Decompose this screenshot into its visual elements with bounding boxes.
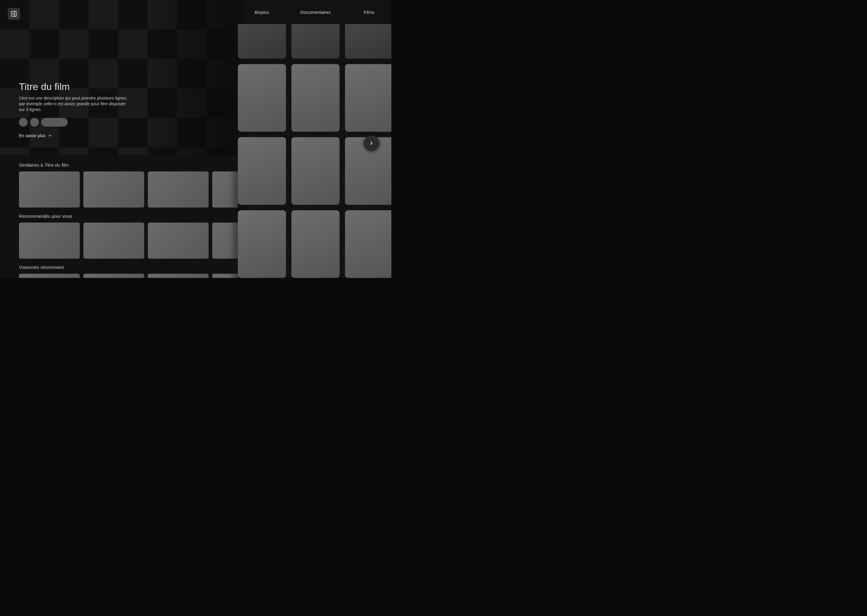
poster-item[interactable] — [238, 210, 286, 278]
chevron-right-icon — [369, 140, 374, 146]
recent-heading: Visionnés récemment — [19, 265, 238, 270]
chevron-down-icon — [48, 134, 52, 138]
list-item[interactable] — [84, 223, 144, 259]
poster-item[interactable] — [292, 64, 340, 132]
list-item[interactable] — [148, 223, 209, 259]
list-item[interactable] — [84, 171, 144, 207]
similar-title: Titre du film — [44, 162, 69, 168]
learn-more-label: En savoir plus — [19, 133, 46, 138]
panel-right-open-icon — [11, 11, 17, 17]
recent-section: Visionnés récemment — [19, 265, 238, 278]
list-item[interactable] — [19, 274, 80, 278]
poster-item[interactable] — [345, 210, 391, 278]
recommended-heading: Recommandés pour vous — [19, 214, 238, 219]
category-column: Biopics — [238, 0, 286, 278]
poster-item[interactable] — [238, 64, 286, 132]
category-header-biopics[interactable]: Biopics — [238, 0, 286, 24]
hero-actions — [19, 118, 133, 127]
list-item[interactable] — [84, 274, 144, 278]
learn-more-button[interactable]: En savoir plus — [19, 133, 133, 138]
list-item[interactable] — [148, 274, 209, 278]
sidebar-toggle-button[interactable] — [8, 8, 20, 20]
recommended-row — [19, 223, 238, 259]
category-header-films[interactable]: Films — [345, 0, 391, 24]
poster-item[interactable] — [238, 24, 286, 59]
recommended-section: Recommandés pour vous — [19, 214, 238, 259]
similar-section: Similaires à Titre du film — [19, 162, 238, 207]
action-button-3[interactable] — [41, 118, 68, 127]
poster-item[interactable] — [292, 137, 340, 205]
similar-heading: Similaires à Titre du film — [19, 162, 238, 168]
list-item[interactable] — [19, 223, 80, 259]
category-column: Documentaires — [292, 0, 340, 278]
scroll-right-button[interactable] — [364, 135, 379, 151]
movie-description: Ceci est une description qui peut prendr… — [19, 95, 130, 113]
hero-content: Titre du film Ceci est une description q… — [19, 81, 133, 138]
similar-prefix: Similaires à — [19, 162, 44, 168]
action-button-2[interactable] — [30, 118, 39, 127]
category-panel: Biopics Documentaires Films — [229, 0, 391, 278]
poster-item[interactable] — [345, 64, 391, 132]
poster-item[interactable] — [238, 137, 286, 205]
poster-item[interactable] — [345, 24, 391, 59]
action-button-1[interactable] — [19, 118, 28, 127]
similar-row — [19, 171, 238, 207]
category-header-documentaires[interactable]: Documentaires — [292, 0, 340, 24]
list-item[interactable] — [148, 171, 209, 207]
list-item[interactable] — [19, 171, 80, 207]
poster-item[interactable] — [292, 210, 340, 278]
poster-item[interactable] — [292, 24, 340, 59]
movie-title: Titre du film — [19, 81, 133, 92]
content-lists: Similaires à Titre du film Recommandés p… — [0, 155, 238, 278]
recent-row — [19, 274, 238, 278]
